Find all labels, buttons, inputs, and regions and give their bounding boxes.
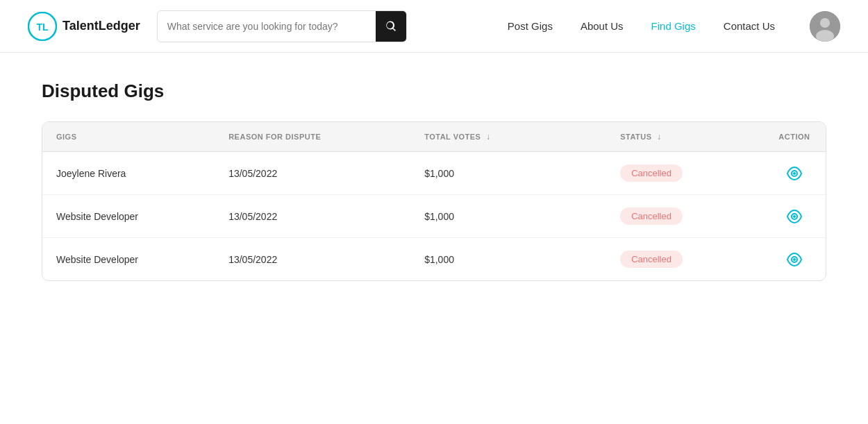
avatar[interactable] <box>810 11 840 42</box>
table-header-row: GIGS REASON FOR DISPUTE TOTAL VOTES ↓ ST… <box>42 122 826 152</box>
total-votes-cell: $1,000 <box>410 195 606 238</box>
nav-about-us[interactable]: About Us <box>581 20 624 32</box>
logo-text: TalentLedger <box>62 19 140 33</box>
search-bar <box>157 10 407 42</box>
svg-point-6 <box>793 172 796 175</box>
col-header-total-votes[interactable]: TOTAL VOTES ↓ <box>410 122 606 152</box>
logo[interactable]: TL TalentLedger <box>28 12 140 41</box>
reason-cell: 13/05/2022 <box>215 238 410 281</box>
status-cell: Cancelled <box>606 195 763 238</box>
search-icon <box>385 20 397 33</box>
col-header-gigs: GIGS <box>42 122 215 152</box>
status-badge: Cancelled <box>620 207 683 225</box>
search-input[interactable] <box>158 14 376 39</box>
gig-name-cell: Website Developer <box>42 195 215 238</box>
disputed-gigs-table: GIGS REASON FOR DISPUTE TOTAL VOTES ↓ ST… <box>42 121 826 281</box>
table-row: Website Developer 13/05/2022 $1,000 Canc… <box>42 195 826 238</box>
total-votes-cell: $1,000 <box>410 152 606 195</box>
svg-text:TL: TL <box>36 22 49 33</box>
svg-point-3 <box>820 18 830 28</box>
total-votes-sort-icon: ↓ <box>486 132 491 142</box>
status-cell: Cancelled <box>606 238 763 281</box>
status-badge: Cancelled <box>620 164 683 182</box>
table-row: Joeylene Rivera 13/05/2022 $1,000 Cancel… <box>42 152 826 195</box>
total-votes-cell: $1,000 <box>410 238 606 281</box>
status-badge: Cancelled <box>620 251 683 268</box>
action-cell[interactable] <box>763 238 826 281</box>
nav: Post Gigs About Us Find Gigs Contact Us <box>508 11 840 42</box>
reason-cell: 13/05/2022 <box>215 195 410 238</box>
view-button[interactable] <box>777 165 812 182</box>
nav-find-gigs[interactable]: Find Gigs <box>651 20 696 32</box>
main-content: Disputed Gigs GIGS REASON FOR DISPUTE TO… <box>0 53 868 309</box>
col-header-reason: REASON FOR DISPUTE <box>215 122 410 152</box>
svg-point-10 <box>793 258 796 261</box>
col-header-status[interactable]: STATUS ↓ <box>606 122 763 152</box>
gig-name-cell: Joeylene Rivera <box>42 152 215 195</box>
eye-icon <box>786 208 803 225</box>
avatar-icon <box>810 11 840 42</box>
header: TL TalentLedger Post Gigs About Us Find … <box>0 0 868 53</box>
view-button[interactable] <box>777 208 812 225</box>
eye-icon <box>786 165 803 182</box>
action-cell[interactable] <box>763 195 826 238</box>
eye-icon <box>786 251 803 268</box>
nav-post-gigs[interactable]: Post Gigs <box>508 20 553 32</box>
page-title: Disputed Gigs <box>42 80 826 102</box>
action-cell[interactable] <box>763 152 826 195</box>
reason-cell: 13/05/2022 <box>215 152 410 195</box>
col-header-action: ACTION <box>763 122 826 152</box>
gig-name-cell: Website Developer <box>42 238 215 281</box>
logo-icon: TL <box>28 12 57 41</box>
status-cell: Cancelled <box>606 152 763 195</box>
table-row: Website Developer 13/05/2022 $1,000 Canc… <box>42 238 826 281</box>
status-sort-icon: ↓ <box>657 132 662 142</box>
view-button[interactable] <box>777 251 812 268</box>
nav-contact-us[interactable]: Contact Us <box>724 20 775 32</box>
svg-point-8 <box>793 215 796 218</box>
search-button[interactable] <box>376 11 406 42</box>
